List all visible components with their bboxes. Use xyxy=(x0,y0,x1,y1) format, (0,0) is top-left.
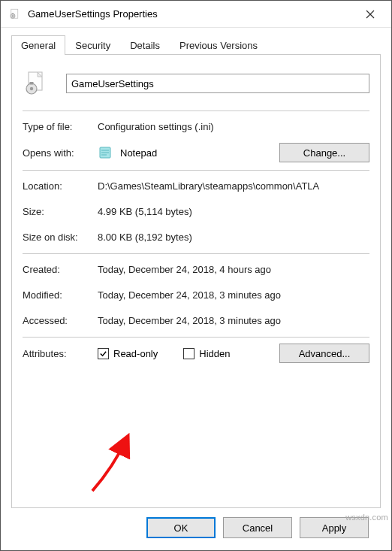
general-panel: Type of file: Configuration settings (.i… xyxy=(11,55,381,508)
location-value: D:\Games\SteamLibrary\steamapps\common\A… xyxy=(98,180,369,192)
created-value: Today, December 24, 2018, 4 hours ago xyxy=(98,264,369,275)
titlebar: GameUserSettings Properties xyxy=(1,1,391,28)
read-only-checkbox[interactable] xyxy=(98,348,109,359)
tab-bar: General Security Details Previous Versio… xyxy=(11,35,381,55)
cancel-button[interactable]: Cancel xyxy=(223,517,292,538)
svg-point-2 xyxy=(12,15,14,17)
size-label: Size: xyxy=(23,206,98,217)
accessed-value: Today, December 24, 2018, 3 minutes ago xyxy=(98,315,369,326)
tab-details[interactable]: Details xyxy=(120,35,170,55)
tab-security[interactable]: Security xyxy=(65,35,120,55)
hidden-label: Hidden xyxy=(199,348,230,359)
opens-with-value: Notepad xyxy=(120,147,157,159)
accessed-label: Accessed: xyxy=(23,315,98,326)
file-icon xyxy=(8,8,22,21)
type-of-file-value: Configuration settings (.ini) xyxy=(98,121,369,132)
modified-label: Modified: xyxy=(23,289,98,301)
created-label: Created: xyxy=(23,264,98,275)
ok-button[interactable]: OK xyxy=(146,517,216,538)
attributes-label: Attributes: xyxy=(23,348,98,359)
change-button[interactable]: Change... xyxy=(279,143,369,162)
svg-point-9 xyxy=(30,87,33,90)
checkmark-icon xyxy=(99,350,107,358)
read-only-label: Read-only xyxy=(113,348,158,359)
close-button[interactable] xyxy=(354,4,387,25)
size-value: 4.99 KB (5,114 bytes) xyxy=(98,206,369,217)
watermark: wsxdn.com xyxy=(345,513,388,522)
separator xyxy=(23,170,369,171)
opens-with-label: Opens with: xyxy=(23,147,98,159)
size-on-disk-label: Size on disk: xyxy=(23,232,98,243)
tab-previous-versions[interactable]: Previous Versions xyxy=(170,35,267,55)
size-on-disk-value: 8.00 KB (8,192 bytes) xyxy=(98,232,369,243)
svg-rect-10 xyxy=(30,82,34,85)
separator xyxy=(23,253,369,254)
close-icon xyxy=(366,10,375,19)
notepad-icon xyxy=(98,145,113,160)
separator xyxy=(23,111,369,111)
tab-general[interactable]: General xyxy=(11,35,65,55)
properties-dialog: GameUserSettings Properties General Secu… xyxy=(0,0,392,551)
hidden-checkbox[interactable] xyxy=(183,348,194,359)
location-label: Location: xyxy=(23,180,98,192)
file-type-icon xyxy=(23,70,50,97)
type-of-file-label: Type of file: xyxy=(23,121,98,132)
dialog-footer: OK Cancel Apply xyxy=(11,508,381,550)
advanced-button[interactable]: Advanced... xyxy=(279,344,369,363)
window-title: GameUserSettings Properties xyxy=(28,8,354,20)
modified-value: Today, December 24, 2018, 3 minutes ago xyxy=(98,289,369,301)
filename-input[interactable] xyxy=(66,74,369,93)
svg-rect-3 xyxy=(12,13,14,14)
separator xyxy=(23,337,369,338)
